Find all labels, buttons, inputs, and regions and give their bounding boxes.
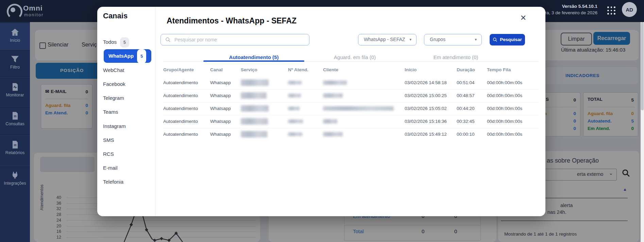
monitor-icon (11, 82, 19, 91)
canal-item-label: Facebook (103, 81, 125, 87)
table-header-5: Início (405, 67, 417, 72)
table-row[interactable]: AutoatendimentoWhatsapp03/02/2026 15:16:… (163, 115, 539, 128)
sidebar-item-inicio[interactable]: Início (0, 23, 30, 50)
canal-item-label: RCS (103, 151, 114, 157)
cell-cliente-redacted (323, 80, 347, 85)
logo-subtitle: monitor (24, 12, 44, 17)
cell-num-atend-redacted (288, 119, 303, 123)
table-row[interactable]: AutoatendimentoWhatsapp03/02/2026 15:00:… (163, 89, 539, 103)
pesquisar-button[interactable]: Pesquisar (490, 34, 525, 45)
document-icon (11, 111, 19, 120)
sidebar-item-label: Filtro (0, 65, 30, 73)
groups-select[interactable]: Grupos ▾ (424, 34, 482, 45)
table-header-0: Grupo/Agente (163, 67, 194, 72)
canal-badge: 5 (120, 37, 129, 48)
cell-tempo-fila: 00d:00h:00m:00s (487, 106, 522, 111)
date-label: ra, 3 de fevereiro de 2026 (545, 10, 597, 15)
sidebar-item-label: Consultas (0, 122, 30, 130)
channel-select[interactable]: WhatsApp - SEFAZ ▾ (358, 34, 417, 45)
user-avatar[interactable]: AD (622, 2, 637, 17)
table-row[interactable]: AutoatendimentoWhatsapp03/02/2026 15:49:… (163, 128, 539, 141)
canal-item-label: Todos (103, 39, 117, 45)
cell-num-atend-redacted (288, 107, 300, 110)
cell-tempo-fila: 00d:00h:00m:00s (487, 80, 522, 85)
report-icon (11, 140, 19, 149)
canal-item-label: Telefonia (103, 179, 123, 185)
canal-item-label: Telegram (103, 95, 124, 101)
canal-item-label: SMS (103, 137, 114, 143)
page-scrollbar[interactable] (641, 22, 644, 242)
canal-item-email[interactable]: E-mail (103, 163, 151, 173)
sidebar-item-label: Monitorar (0, 93, 30, 101)
cell-servico-redacted (241, 79, 269, 86)
close-icon[interactable]: ✕ (518, 13, 528, 23)
canal-item-sms[interactable]: SMS (103, 135, 151, 145)
cell-duracao: 00:00:10 (457, 132, 475, 137)
sidebar-item-label: Relatórios (0, 150, 30, 159)
table-header-4: Cliente (323, 67, 338, 72)
cell-canal: Whatsapp (210, 106, 231, 111)
cell-inicio: 03/02/2026 14:58:18 (405, 80, 447, 85)
canais-panel-title: Canais (103, 12, 128, 20)
cell-duracao: 00:44:20 (457, 106, 475, 111)
cell-tempo-fila: 00d:00h:00m:00s (487, 132, 522, 137)
table-row[interactable]: AutoatendimentoWhatsapp03/02/2026 14:58:… (163, 76, 539, 90)
canal-badge: 5 (137, 49, 146, 63)
canal-item-facebook[interactable]: Facebook (103, 79, 151, 89)
cell-duracao: 00:48:57 (457, 93, 475, 98)
cell-grupo-agente: Autoatendimento (163, 106, 198, 111)
cell-inicio: 03/02/2026 15:16:36 (405, 119, 447, 124)
filter-icon (11, 55, 19, 63)
logo-title: Omni (23, 4, 43, 12)
cell-cliente-redacted (323, 119, 337, 124)
home-icon (11, 28, 19, 37)
sidebar-item-consultas[interactable]: Consultas (0, 106, 30, 135)
sidebar-item-monitorar[interactable]: Monitorar (0, 77, 30, 107)
caret-down-icon: ▾ (409, 34, 411, 45)
left-sidebar: InícioFiltroMonitorarConsultasRelatórios… (0, 22, 30, 242)
tab-aguard-em-fila[interactable]: Aguard. em fila (0) (304, 54, 405, 68)
sidebar-item-relatorios[interactable]: Relatórios (0, 135, 30, 166)
groups-select-value: Grupos (430, 37, 445, 42)
name-search-field[interactable] (160, 34, 309, 45)
cell-cliente-redacted (323, 106, 394, 111)
table-header-7: Tempo Fila (487, 67, 511, 72)
app-root: Silenciar Serviç Limpar Recarregar Últim… (0, 0, 644, 242)
search-icon (165, 37, 171, 42)
tab-em-atendimento[interactable]: Em atendimento (0) (405, 54, 506, 68)
canal-item-whatsapp[interactable]: WhatsApp5 (104, 49, 151, 63)
cell-servico-redacted (241, 118, 268, 125)
sidebar-item-label: Início (0, 38, 30, 46)
canal-item-rcs[interactable]: RCS (103, 149, 151, 159)
canal-item-teams[interactable]: Teams (103, 107, 151, 117)
cell-inicio: 03/02/2026 15:49:12 (405, 132, 447, 137)
cell-servico-redacted (241, 92, 267, 99)
active-tab-underline (203, 60, 304, 62)
sidebar-item-filtro[interactable]: Filtro (0, 50, 30, 78)
omni-logo-icon (7, 4, 22, 19)
table-header-1: Canal (210, 67, 223, 72)
canal-item-label: Teams (103, 109, 118, 115)
cell-canal: Whatsapp (210, 80, 231, 85)
apps-grid-icon[interactable] (607, 6, 616, 15)
plug-icon (11, 171, 19, 180)
scrollbar-thumb[interactable] (641, 22, 644, 110)
table-row[interactable]: AutoatendimentoWhatsapp03/02/2026 15:05:… (163, 102, 539, 115)
cell-canal: Whatsapp (210, 93, 231, 98)
search-input[interactable] (174, 37, 301, 43)
cell-grupo-agente: Autoatendimento (163, 93, 198, 98)
canal-item-todos[interactable]: Todos5 (103, 37, 151, 47)
canal-item-label: Instagram (103, 123, 126, 129)
canal-item-telefonia[interactable]: Telefonia (103, 177, 151, 187)
cell-grupo-agente: Autoatendimento (163, 80, 198, 85)
canal-item-telegram[interactable]: Telegram (103, 93, 151, 103)
table-header-2: Serviço (241, 67, 257, 72)
canal-item-webchat[interactable]: WebChat (103, 66, 151, 75)
pesquisar-button-label: Pesquisar (500, 37, 522, 42)
caret-down-icon: ▾ (475, 34, 477, 45)
cell-duracao: 00:32:45 (457, 119, 475, 124)
cell-servico-redacted (241, 131, 267, 137)
cell-canal: Whatsapp (210, 119, 231, 124)
sidebar-item-integracoes[interactable]: Integrações (0, 166, 30, 194)
canal-item-instagram[interactable]: Instagram (103, 122, 151, 131)
